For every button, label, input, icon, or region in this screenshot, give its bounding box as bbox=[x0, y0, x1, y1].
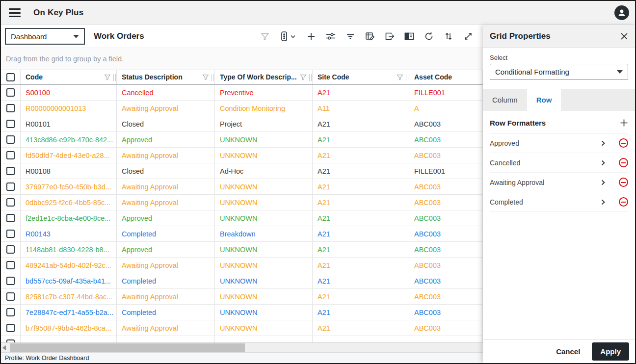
formatting-select[interactable]: Conditional Formatting bbox=[490, 64, 628, 80]
table-row[interactable]: R00143CompletedBreakdownA21ABC003 bbox=[1, 226, 483, 242]
formatter-item[interactable]: Approved bbox=[490, 133, 628, 153]
cell-site: A21 bbox=[313, 195, 409, 210]
refresh-icon[interactable] bbox=[421, 28, 437, 44]
cell-code: 82581c7b-c307-44bd-8ac... bbox=[21, 289, 117, 304]
table-row[interactable]: 413c8d86-e92b-470c-842...ApprovedUNKNOWN… bbox=[1, 132, 483, 148]
sort-icon[interactable] bbox=[441, 28, 456, 44]
row-checkbox[interactable] bbox=[6, 104, 15, 112]
table-row[interactable]: 0dbbc925-f2c6-4bb5-85c...Awaiting Approv… bbox=[1, 195, 483, 210]
cancel-button[interactable]: Cancel bbox=[556, 347, 580, 356]
table-row[interactable]: R00108ClosedAd-HocA21FILLE001 bbox=[1, 163, 483, 179]
tab-row[interactable]: Row bbox=[527, 89, 561, 111]
menu-icon[interactable] bbox=[9, 8, 21, 17]
row-checkbox[interactable] bbox=[6, 214, 15, 222]
filter-rows-icon[interactable] bbox=[343, 28, 358, 44]
export-icon[interactable] bbox=[382, 28, 398, 44]
group-by-bar[interactable]: Drag from the grid to group by a field. bbox=[1, 48, 483, 70]
remove-formatter-icon[interactable] bbox=[619, 197, 628, 207]
row-checkbox[interactable] bbox=[6, 245, 15, 254]
cell-asset: ABC003 bbox=[409, 148, 483, 163]
user-avatar-icon[interactable] bbox=[614, 5, 629, 20]
status-bar: Profile: Work Order Dashboard bbox=[1, 352, 483, 363]
column-filter-icon[interactable] bbox=[299, 73, 307, 81]
chevron-right-icon[interactable] bbox=[600, 160, 606, 166]
profile-select[interactable]: Dashboard bbox=[5, 28, 85, 45]
table-row[interactable]: 7e28847c-ed71-4a55-b2a...CompletedUNKNOW… bbox=[1, 305, 483, 320]
column-header-0[interactable]: Code bbox=[21, 70, 117, 84]
scrollbar-thumb[interactable] bbox=[10, 343, 245, 352]
adjustments-icon[interactable] bbox=[323, 28, 339, 44]
table-row[interactable]: f2ed1e1c-8cba-4e00-8ce...ApprovedUNKNOWN… bbox=[1, 210, 483, 226]
row-checkbox[interactable] bbox=[6, 120, 15, 128]
cell-status: Approved bbox=[117, 132, 215, 147]
table-row[interactable]: 489241ab-54d0-402f-92c...Awaiting Approv… bbox=[1, 258, 483, 273]
table-row[interactable]: fd50dfd7-4ded-43e0-a28...Awaiting Approv… bbox=[1, 148, 483, 163]
formatter-item[interactable]: Completed bbox=[490, 192, 628, 212]
add-icon[interactable] bbox=[303, 28, 319, 44]
side-panel-icon[interactable] bbox=[401, 28, 417, 44]
cell-status: Awaiting Approval bbox=[117, 258, 215, 273]
column-header-2[interactable]: Type Of Work Descrip... bbox=[215, 70, 313, 84]
row-checkbox[interactable] bbox=[6, 88, 15, 97]
remove-formatter-icon[interactable] bbox=[619, 138, 628, 148]
row-checkbox[interactable] bbox=[6, 261, 15, 269]
scroll-left-arrow-icon[interactable] bbox=[2, 345, 6, 350]
table-row[interactable]: 1148ab81-d830-4228-b8...ApprovedUNKNOWNA… bbox=[1, 242, 483, 258]
column-resize-handle[interactable] bbox=[309, 74, 312, 81]
cell-code: 7e28847c-ed71-4a55-b2a... bbox=[21, 305, 117, 320]
table-row[interactable]: R00000000001013Awaiting ApprovalConditio… bbox=[1, 101, 483, 116]
formatter-label: Approved bbox=[490, 139, 519, 147]
columns-menu-icon[interactable] bbox=[277, 28, 299, 44]
column-header-1[interactable]: Status Description bbox=[117, 70, 215, 84]
column-resize-handle[interactable] bbox=[406, 74, 408, 81]
chevron-right-icon[interactable] bbox=[600, 199, 606, 205]
formatter-item[interactable]: Cancelled bbox=[490, 153, 628, 173]
remove-formatter-icon[interactable] bbox=[619, 178, 628, 187]
row-checkbox[interactable] bbox=[6, 308, 15, 316]
apply-button[interactable]: Apply bbox=[592, 342, 629, 361]
cell-type: UNKNOWN bbox=[215, 242, 313, 257]
column-resize-handle[interactable] bbox=[212, 74, 214, 81]
horizontal-scrollbar[interactable] bbox=[1, 342, 483, 352]
table-row[interactable]: b7f95087-9bb4-462b-8ca...Awaiting Approv… bbox=[1, 320, 483, 336]
filter-icon[interactable] bbox=[257, 28, 273, 44]
row-checkbox[interactable] bbox=[6, 277, 15, 285]
add-formatter-icon[interactable] bbox=[620, 119, 628, 127]
tab-column[interactable]: Column bbox=[483, 89, 527, 111]
remove-formatter-icon[interactable] bbox=[619, 158, 628, 167]
cell-code: R00143 bbox=[21, 226, 117, 241]
row-checkbox[interactable] bbox=[6, 230, 15, 238]
column-header-3[interactable]: Site Code bbox=[313, 70, 409, 84]
row-checkbox[interactable] bbox=[6, 151, 15, 159]
expand-icon[interactable] bbox=[460, 28, 476, 44]
row-checkbox[interactable] bbox=[6, 182, 15, 191]
row-checkbox[interactable] bbox=[6, 324, 15, 332]
table-row[interactable]: bd557cc5-09af-435a-b41...CompletedUNKNOW… bbox=[1, 273, 483, 289]
table-row[interactable]: 376977e0-fc50-450b-b3d...Awaiting Approv… bbox=[1, 179, 483, 195]
row-checkbox[interactable] bbox=[6, 135, 15, 144]
cell-site: A21 bbox=[313, 163, 409, 179]
panel-body: Select Conditional Formatting Column Row… bbox=[483, 48, 635, 363]
cell-code: b7f95087-9bb4-462b-8ca... bbox=[21, 320, 117, 336]
table-row[interactable]: 82581c7b-c307-44bd-8ac...Awaiting Approv… bbox=[1, 289, 483, 305]
cell-type: UNKNOWN bbox=[215, 132, 313, 147]
select-all-checkbox[interactable] bbox=[6, 73, 15, 81]
row-checkbox[interactable] bbox=[6, 292, 15, 301]
row-formatters-list: ApprovedCancelledAwaiting ApprovalComple… bbox=[490, 133, 628, 212]
row-checkbox[interactable] bbox=[6, 198, 15, 207]
close-icon[interactable] bbox=[620, 32, 628, 40]
chevron-right-icon[interactable] bbox=[600, 180, 606, 185]
edit-grid-icon[interactable] bbox=[362, 28, 378, 44]
column-filter-icon[interactable] bbox=[396, 73, 404, 81]
row-checkbox[interactable] bbox=[6, 167, 15, 175]
table-row[interactable]: S00100CancelledPreventiveA21FILLE001 bbox=[1, 85, 483, 101]
column-filter-icon[interactable] bbox=[104, 73, 111, 81]
column-resize-handle[interactable] bbox=[113, 74, 116, 81]
cell-type: Ad-Hoc bbox=[215, 163, 313, 179]
column-filter-icon[interactable] bbox=[202, 73, 210, 81]
chevron-right-icon[interactable] bbox=[600, 140, 606, 146]
page-title: Work Orders bbox=[94, 31, 144, 41]
table-row[interactable]: R00101ClosedProjectA21ABC003 bbox=[1, 116, 483, 132]
column-header-4[interactable]: Asset Code bbox=[409, 70, 483, 84]
formatter-item[interactable]: Awaiting Approval bbox=[490, 173, 628, 192]
